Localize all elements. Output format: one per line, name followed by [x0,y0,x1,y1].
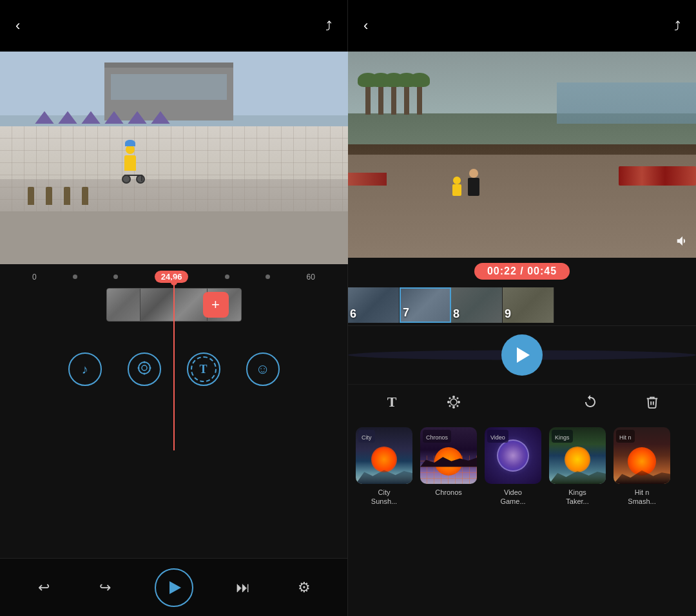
svg-point-0 [139,362,150,374]
text-edit-button[interactable]: T [378,388,406,416]
tent-4 [104,111,124,124]
filmstrip-frame-6[interactable]: 6 [348,287,400,323]
settings-button[interactable]: ⚙ [293,576,316,599]
next-icon: ⏭ [236,579,250,596]
timecode-display: 00:22 / 00:45 [474,263,570,280]
svg-point-12 [457,398,459,399]
bollards [28,187,88,205]
right-trees [365,82,422,115]
redo-button[interactable]: ↪ [93,576,117,599]
add-clip-button[interactable]: + [203,292,229,318]
undo-icon: ↩ [38,579,50,596]
reverse-edit-button[interactable] [576,388,604,416]
right-play-button[interactable] [501,334,543,376]
right-scene [348,52,696,258]
right-flowers-left [348,173,387,186]
left-back-button[interactable]: ‹ [15,17,20,34]
delete-edit-button[interactable] [638,388,666,416]
left-top-bar: ‹ ⤴ [0,0,347,52]
kid-body [124,155,136,171]
bollard-1 [28,187,34,205]
chronos-grid [420,456,477,484]
film-frame-1 [107,289,140,321]
particle-edit-button[interactable] [440,388,468,416]
right-child [452,177,461,196]
reverse-icon [583,394,598,410]
undo-button[interactable]: ↩ [32,576,55,599]
chronos-overlay-text: Chronos [426,434,448,441]
left-share-button[interactable]: ⤴ [325,19,332,34]
preset-hit-n-smash[interactable]: Hit n Hit nSmash... [612,427,672,608]
sticker-tool-button[interactable]: ☺ [246,352,280,386]
right-water [557,82,696,124]
frame-9-number: 9 [505,307,511,321]
next-button[interactable]: ⏭ [231,576,255,599]
text-edit-icon: T [387,394,397,410]
city-sun-icon [371,447,397,472]
kid-helmet [125,140,135,146]
svg-point-10 [458,401,460,403]
svg-point-7 [452,396,455,398]
svg-point-5 [149,367,151,369]
svg-point-1 [142,365,147,371]
ruler-dot-3 [225,274,229,279]
right-playback-area [348,326,696,384]
film-strip-container: + [106,288,242,322]
kid-head [126,145,135,154]
filmstrip-frame-8[interactable]: 8 [451,287,503,323]
bollard-4 [82,187,88,205]
right-panel: ‹ ⤴ [348,0,696,616]
ruler-dot-4 [266,274,270,279]
right-child-body [452,184,461,196]
right-man-body [468,178,479,196]
city-overlay-text: City [362,434,372,441]
filmstrip-frame-7[interactable]: 7 [400,287,451,323]
filmstrip-frame-9[interactable]: 9 [503,287,554,323]
music-tool-button[interactable]: ♪ [68,352,102,386]
right-filmstrip[interactable]: 6 7 8 9 [348,285,696,326]
chronos-label-overlay: Chronos [423,430,451,443]
preset-city-sunshine[interactable]: City CitySunsh... [354,427,414,608]
left-bottom-bar: ↩ ↪ ⏭ ⚙ [0,558,347,616]
frame-6-number: 6 [350,307,356,321]
right-child-head [453,177,461,184]
scene-kid [122,146,145,184]
effects-tool-button[interactable] [128,352,161,386]
preset-hns-thumb: Hit n [614,427,670,484]
right-back-button[interactable]: ‹ [363,17,368,34]
right-tree-3 [391,82,396,115]
svg-point-13 [449,405,451,407]
ruler-dot-1 [73,274,77,279]
svg-point-4 [137,367,139,369]
right-share-button[interactable]: ⤴ [674,19,681,34]
timecode-badge: 00:22 / 00:45 [348,258,696,285]
right-play-icon [517,347,530,363]
right-tree-2 [378,82,383,115]
preset-chronos[interactable]: Chronos Chronos [419,427,478,608]
tent-5 [128,111,147,124]
left-panel: ‹ ⤴ [0,0,348,616]
kings-overlay-text: Kings [555,434,570,441]
ruler-dot-2 [113,274,118,279]
preset-chronos-label: Chronos [435,488,462,497]
left-play-button[interactable] [155,568,193,607]
left-scene [0,52,348,264]
text-tool-button[interactable]: T [187,352,220,386]
tent-6 [151,111,170,124]
volume-icon[interactable] [675,234,690,251]
preset-city-label: CitySunsh... [371,488,397,506]
right-tree-1 [365,82,371,115]
vg-overlay-text: Video [490,434,505,441]
svg-point-3 [143,372,145,374]
spacer [501,399,543,405]
svg-point-9 [447,401,450,403]
preset-videogame[interactable]: Video VideoGame... [483,427,543,608]
right-tree-4 [404,82,409,115]
right-figures [452,169,479,196]
preset-videogame-label: VideoGame... [500,488,525,506]
music-icon: ♪ [82,362,88,377]
preset-kings-thumb: Kings [549,427,606,484]
preset-kings-taker[interactable]: Kings KingsTaker... [548,427,607,608]
particle-icon [446,394,461,410]
preset-city-thumb: City [356,427,412,484]
